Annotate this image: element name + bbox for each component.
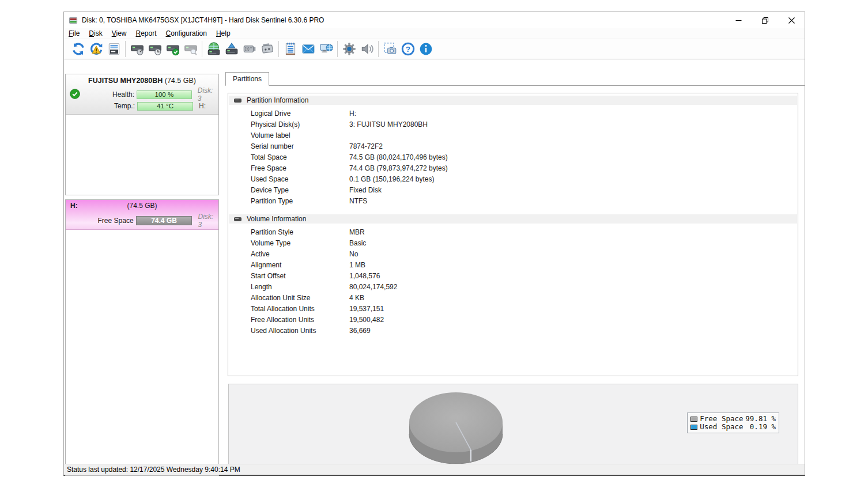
info-row: Start Offset1,048,576: [228, 270, 798, 281]
info-row: Physical Disk(s)3: FUJITSU MHY2080BH: [228, 119, 798, 130]
status-text: Status last updated: 12/17/2025 Wednesda…: [67, 466, 240, 474]
disk-check-icon[interactable]: [164, 41, 182, 58]
info-row: Length80,024,174,592: [228, 281, 798, 292]
health-label: Health:: [90, 90, 137, 99]
volume-information-header: Volume Information: [229, 214, 797, 224]
partition-info-box: Partition Information Logical DriveH: Ph…: [228, 93, 798, 376]
help-icon[interactable]: ?: [399, 41, 417, 58]
partition-section-icon: [234, 99, 241, 103]
used-space-swatch: [690, 425, 697, 430]
info-row: Logical DriveH:: [228, 108, 798, 119]
close-button[interactable]: [778, 12, 805, 28]
info-row: Serial number7874-72F2: [228, 141, 798, 152]
info-icon[interactable]: [417, 41, 435, 58]
info-row: Partition StyleMBR: [228, 226, 798, 237]
disk-details-icon[interactable]: [105, 41, 123, 58]
disk-model: FUJITSU MHY2080BH: [88, 77, 163, 85]
partition-list-panel: H: (74.5 GB) Free Space 74.4 GB Disk: 3: [65, 199, 219, 476]
report-icon[interactable]: [281, 41, 299, 58]
network-icon[interactable]: [317, 41, 335, 58]
temp-label: Temp.:: [90, 102, 137, 110]
status-bar: Status last updated: 12/17/2025 Wednesda…: [64, 464, 805, 475]
disk-clock-icon[interactable]: [146, 41, 164, 58]
disk-gauge-icon[interactable]: [128, 41, 146, 58]
legend-used-space: Used Space 0.19 %: [690, 423, 776, 431]
info-row: Partition TypeNTFS: [228, 195, 798, 206]
restore-button[interactable]: [752, 12, 778, 28]
app-window: Disk: 0, TOSHIBA MK6475GSX [X1JCT4H9T] -…: [63, 12, 805, 476]
toolbar: ?: [64, 39, 805, 59]
disk-list-panel: FUJITSU MHY2080BH (74.5 GB) Health: 100 …: [65, 74, 219, 195]
menu-help[interactable]: Help: [212, 28, 235, 39]
screenshot-icon[interactable]: [381, 41, 399, 58]
menu-report[interactable]: Report: [131, 28, 161, 39]
info-row: Free Allocation Units19,500,482: [228, 314, 798, 325]
temp-bar: 41 °C: [137, 102, 193, 111]
sound-icon[interactable]: [358, 41, 376, 58]
disk-card-title: FUJITSU MHY2080BH (74.5 GB): [66, 74, 218, 85]
refresh-warning-icon[interactable]: [87, 41, 105, 58]
tab-strip: Partitions: [225, 73, 805, 86]
free-space-swatch: [690, 417, 697, 422]
partition-card[interactable]: H: (74.5 GB) Free Space 74.4 GB Disk: 3: [66, 200, 218, 230]
projector-device-icon[interactable]: [240, 41, 258, 58]
info-row: ActiveNo: [228, 248, 798, 259]
partition-information-header: Partition Information: [229, 96, 797, 105]
main-content: Partitions Partition Information Logical…: [225, 59, 805, 464]
health-bar: 100 %: [137, 90, 192, 99]
drive-letter-label: H:: [199, 102, 206, 110]
disk-globe-icon[interactable]: [205, 41, 222, 58]
free-space-bar: 74.4 GB: [136, 216, 193, 225]
volume-section-icon: [234, 217, 241, 221]
info-row: Free Space74.4 GB (79,873,974,272 bytes): [228, 162, 798, 173]
partition-disk-number-label: Disk: 3: [198, 213, 218, 229]
disk-card[interactable]: FUJITSU MHY2080BH (74.5 GB) Health: 100 …: [66, 74, 218, 115]
info-row: Volume label: [228, 130, 798, 141]
legend-free-space: Free Space 99.81 %: [690, 415, 776, 423]
info-row: Device TypeFixed Disk: [228, 184, 798, 195]
refresh-icon[interactable]: [69, 41, 87, 58]
partition-drive-letter: H:: [70, 202, 78, 210]
disk-surface-icon[interactable]: [222, 41, 240, 58]
menu-bar: File Disk View Report Configuration Help: [64, 28, 805, 39]
space-usage-chart: Free Space 99.81 % Used Space 0.19 %: [228, 384, 798, 473]
free-space-label: Free Space: [90, 217, 136, 225]
title-bar: Disk: 0, TOSHIBA MK6475GSX [X1JCT4H9T] -…: [64, 12, 805, 28]
info-row: Allocation Unit Size4 KB: [228, 292, 798, 303]
window-controls: [725, 12, 805, 28]
svg-text:?: ?: [405, 45, 410, 54]
minimize-button[interactable]: [725, 12, 752, 28]
info-row: Alignment1 MB: [228, 259, 798, 270]
info-row: Used Allocation Units36,669: [228, 325, 798, 336]
email-icon[interactable]: [299, 41, 317, 58]
app-icon: [69, 16, 78, 25]
sidebar: FUJITSU MHY2080BH (74.5 GB) Health: 100 …: [64, 59, 225, 464]
partition-size: (74.5 GB): [66, 202, 218, 210]
menu-file[interactable]: File: [64, 28, 84, 39]
settings-gear-icon[interactable]: [340, 41, 358, 58]
disk-search-icon[interactable]: [182, 41, 199, 58]
disk-size: (74.5 GB): [165, 77, 196, 85]
menu-disk[interactable]: Disk: [84, 28, 107, 39]
menu-view[interactable]: View: [107, 28, 131, 39]
menu-configuration[interactable]: Configuration: [161, 28, 212, 39]
tab-partitions[interactable]: Partitions: [225, 72, 269, 86]
info-row: Used Space0.1 GB (150,196,224 bytes): [228, 173, 798, 184]
info-row: Total Space74.5 GB (80,024,170,496 bytes…: [228, 152, 798, 162]
hardware-device-icon[interactable]: [258, 41, 276, 58]
info-row: Volume TypeBasic: [228, 237, 798, 248]
window-title: Disk: 0, TOSHIBA MK6475GSX [X1JCT4H9T] -…: [82, 16, 324, 24]
info-row: Total Allocation Units19,537,151: [228, 303, 798, 314]
chart-legend: Free Space 99.81 % Used Space 0.19 %: [687, 413, 779, 433]
